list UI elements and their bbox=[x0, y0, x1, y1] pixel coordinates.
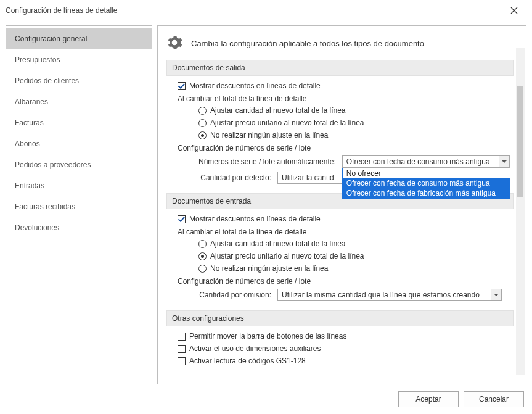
window-title: Configuración de líneas de detalle bbox=[6, 6, 117, 15]
select-qty-default-entrada-value: Utilizar la misma cantidad que la línea … bbox=[282, 291, 480, 299]
label-on-total-change-salida: Al cambiar el total de la línea de detal… bbox=[178, 92, 511, 104]
checkbox-show-discounts-entrada[interactable] bbox=[178, 215, 186, 223]
label-show-discounts-salida: Mostrar descuentos en líneas de detalle bbox=[189, 81, 321, 90]
dropdown-option[interactable]: Ofrecer con fecha de consumo más antigua bbox=[343, 178, 510, 188]
radio-entrada-adjust[interactable] bbox=[198, 252, 207, 260]
section-header-salida: Documentos de salida bbox=[166, 60, 514, 76]
select-qty-default-salida-value: Utilizar la cantid bbox=[282, 173, 334, 182]
cancel-button[interactable]: Cancelar bbox=[464, 391, 524, 407]
radio-label: Ajustar precio unitario al nuevo total d… bbox=[210, 252, 364, 260]
label-qty-default-entrada: Cantidad por omisión: bbox=[198, 291, 271, 299]
sidebar-item[interactable]: Pedidos a proveedores bbox=[6, 154, 152, 175]
radio-label: No realizar ningún ajuste en la línea bbox=[210, 131, 328, 139]
chevron-down-icon bbox=[499, 156, 509, 167]
sidebar-item[interactable]: Entradas bbox=[6, 175, 152, 196]
checkbox-label: Activar lectura de códigos GS1-128 bbox=[189, 357, 306, 365]
select-serial-auto[interactable]: Ofrecer con fecha de consumo más antigua… bbox=[342, 155, 510, 168]
dropdown-serial-auto[interactable]: No ofrecerOfrecer con fecha de consumo m… bbox=[342, 168, 510, 199]
select-qty-default-entrada[interactable]: Utilizar la misma cantidad que la línea … bbox=[277, 289, 502, 301]
label-serial-config-salida: Configuración de números de serie / lote bbox=[178, 141, 511, 154]
sidebar-item[interactable]: Devoluciones bbox=[6, 217, 152, 238]
radio-label: Ajustar cantidad al nuevo total de la lí… bbox=[210, 239, 345, 248]
sidebar-item[interactable]: Configuración general bbox=[6, 28, 152, 49]
sidebar-item[interactable]: Albaranes bbox=[6, 91, 152, 112]
radio-label: No realizar ningún ajuste en la línea bbox=[210, 264, 328, 273]
radio-salida-adjust[interactable] bbox=[198, 107, 207, 115]
label-qty-default-salida: Cantidad por defecto: bbox=[198, 173, 271, 182]
checkbox-otras[interactable] bbox=[178, 345, 186, 353]
radio-label: Ajustar cantidad al nuevo total de la lí… bbox=[210, 106, 345, 115]
select-serial-auto-value: Ofrecer con fecha de consumo más antigua bbox=[346, 157, 490, 166]
ok-button[interactable]: Aceptar bbox=[398, 391, 459, 407]
sidebar-item[interactable]: Presupuestos bbox=[6, 49, 152, 70]
sidebar-item[interactable]: Facturas recibidas bbox=[6, 196, 152, 217]
radio-label: Ajustar precio unitario al nuevo total d… bbox=[210, 118, 364, 127]
checkbox-otras[interactable] bbox=[178, 333, 186, 341]
vertical-scrollbar[interactable] bbox=[516, 48, 525, 375]
select-qty-default-salida[interactable]: Utilizar la cantid bbox=[277, 172, 346, 184]
radio-salida-adjust[interactable] bbox=[198, 131, 207, 139]
checkbox-label: Permitir mover la barra de botones de la… bbox=[189, 332, 346, 341]
label-serial-auto: Números de serie / lote automáticamente: bbox=[198, 157, 336, 166]
radio-entrada-adjust[interactable] bbox=[198, 265, 207, 273]
label-on-total-change-entrada: Al cambiar el total de la línea de detal… bbox=[178, 225, 511, 238]
dropdown-option[interactable]: No ofrecer bbox=[343, 168, 510, 178]
label-show-discounts-entrada: Mostrar descuentos en líneas de detalle bbox=[189, 215, 321, 223]
page-title: Cambia la configuración aplicable a todo… bbox=[191, 39, 424, 48]
label-serial-config-entrada: Configuración de números de serie / lote bbox=[178, 275, 511, 287]
sidebar: Configuración generalPresupuestosPedidos… bbox=[6, 25, 152, 384]
checkbox-otras[interactable] bbox=[178, 357, 186, 365]
sidebar-item[interactable]: Facturas bbox=[6, 112, 152, 133]
section-header-otras: Otras configuraciones bbox=[166, 310, 514, 326]
radio-entrada-adjust[interactable] bbox=[198, 240, 207, 248]
content-panel: Cambia la configuración aplicable a todo… bbox=[157, 25, 526, 384]
checkbox-show-discounts-salida[interactable] bbox=[178, 82, 186, 90]
sidebar-item[interactable]: Abonos bbox=[6, 133, 152, 154]
chevron-down-icon bbox=[491, 289, 501, 300]
scrollbar-thumb[interactable] bbox=[517, 86, 523, 197]
window-close-button[interactable] bbox=[502, 1, 526, 20]
radio-salida-adjust[interactable] bbox=[198, 119, 207, 127]
dropdown-option[interactable]: Ofrecer con fecha de fabricación más ant… bbox=[343, 188, 510, 198]
gear-icon bbox=[166, 35, 182, 52]
close-icon bbox=[510, 7, 518, 14]
sidebar-item[interactable]: Pedidos de clientes bbox=[6, 70, 152, 91]
checkbox-label: Activar el uso de dimensiones auxiliares bbox=[189, 344, 321, 353]
